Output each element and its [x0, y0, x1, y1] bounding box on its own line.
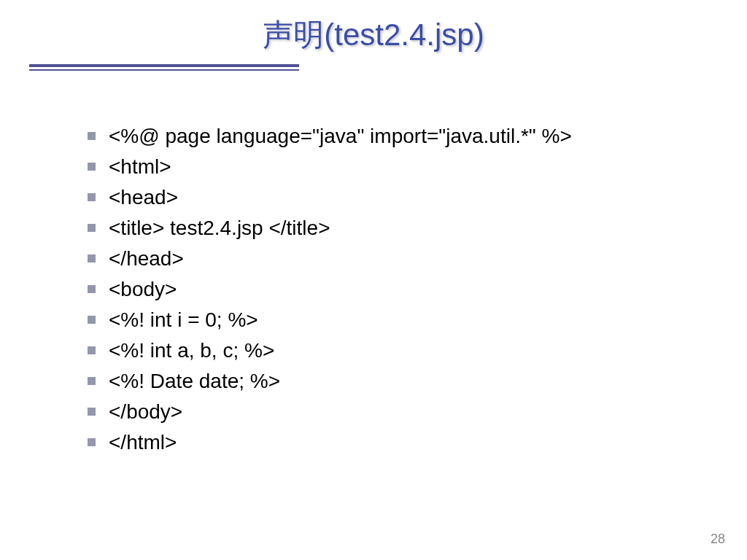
code-line: </html> — [88, 427, 747, 458]
bullet-icon — [88, 285, 96, 293]
code-text: </head> — [109, 247, 184, 270]
code-text: <body> — [109, 278, 177, 300]
code-line: <%! int a, b, c; %> — [88, 335, 747, 366]
title-container: 声明(test2.4.jsp) — [0, 15, 747, 55]
bullet-icon — [88, 346, 96, 354]
page-number: 28 — [711, 532, 725, 547]
code-line: </body> — [88, 397, 747, 427]
code-text: <html> — [109, 155, 171, 178]
content-area: <%@ page language="java" import="java.ut… — [0, 77, 747, 458]
code-text: <head> — [109, 186, 178, 209]
code-line: <title> test2.4.jsp </title> — [88, 213, 747, 244]
code-line: </head> — [88, 244, 747, 274]
code-line: <body> — [88, 274, 747, 305]
code-line: <html> — [88, 152, 747, 182]
bullet-icon — [88, 193, 96, 201]
code-line: <%! int i = 0; %> — [88, 305, 747, 335]
code-text: <%! int i = 0; %> — [109, 308, 258, 331]
slide-title: 声明(test2.4.jsp) — [263, 15, 484, 55]
code-line: <%! Date date; %> — [88, 366, 747, 397]
bullet-icon — [88, 408, 96, 416]
title-underline — [29, 64, 299, 71]
bullet-icon — [88, 377, 96, 385]
code-line: <%@ page language="java" import="java.ut… — [88, 121, 747, 152]
bullet-icon — [88, 163, 96, 171]
code-text: </body> — [109, 400, 182, 423]
slide-container: 声明(test2.4.jsp) <%@ page language="java"… — [0, 0, 747, 560]
bullet-icon — [88, 224, 96, 232]
code-text: <%! Date date; %> — [109, 370, 280, 392]
code-text: <%@ page language="java" import="java.ut… — [109, 125, 572, 147]
code-text: <%! int a, b, c; %> — [109, 339, 274, 362]
code-text: </html> — [109, 431, 177, 454]
underline-thick — [29, 64, 299, 67]
code-text: <title> test2.4.jsp </title> — [109, 217, 330, 239]
bullet-icon — [88, 132, 96, 140]
bullet-icon — [88, 438, 96, 446]
bullet-icon — [88, 316, 96, 324]
underline-thin — [29, 69, 299, 71]
code-line: <head> — [88, 182, 747, 213]
bullet-icon — [88, 254, 96, 262]
